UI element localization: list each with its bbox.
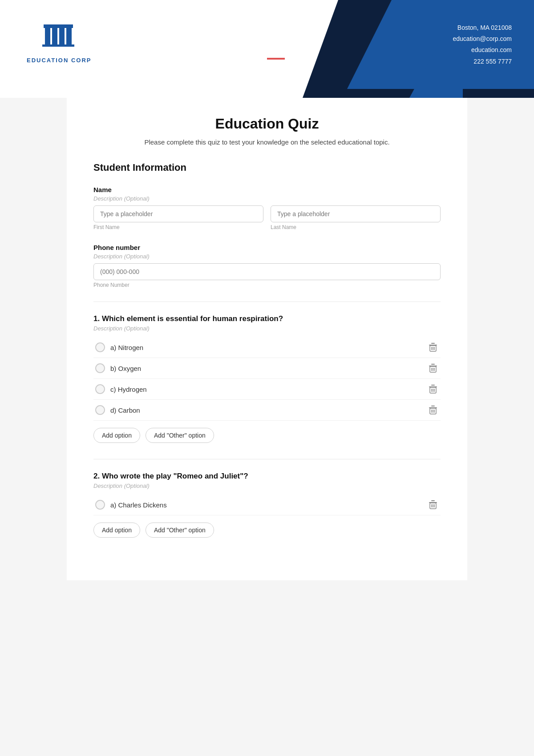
question-1-block: 1. Which element is essential for human … — [93, 314, 441, 443]
q2-option-left-0: a) Charles Dickens — [95, 500, 167, 510]
phone-field-block: Phone number Description (Optional) Phon… — [93, 244, 441, 288]
name-input-row: First Name Last Name — [93, 205, 441, 230]
header-contact: Boston, MA 021008 education@corp.com edu… — [453, 22, 512, 67]
q2-add-option-button[interactable]: Add option — [93, 523, 140, 538]
contact-email: education@corp.com — [453, 33, 512, 44]
phone-field-description: Description (Optional) — [93, 253, 441, 260]
question-1-text: Which element is essential for human res… — [102, 314, 283, 323]
contact-website: education.com — [453, 44, 512, 56]
q1-option-left-3: d) Carbon — [95, 405, 140, 415]
svg-rect-7 — [431, 343, 435, 344]
q2-radio-0[interactable] — [95, 500, 105, 510]
q1-radio-1[interactable] — [95, 363, 105, 373]
svg-rect-31 — [431, 500, 435, 501]
svg-rect-0 — [45, 27, 50, 44]
q2-delete-0[interactable] — [427, 499, 439, 511]
page-header: EDUCATION CORP Boston, MA 021008 educati… — [0, 0, 534, 98]
q1-option-text-3: d) Carbon — [110, 406, 140, 414]
contact-phone: 222 555 7777 — [453, 56, 512, 67]
q1-radio-0[interactable] — [95, 342, 105, 352]
q1-option-text-2: c) Hydrogen — [110, 386, 147, 393]
name-field-label: Name — [93, 186, 441, 193]
q1-option-row-2: c) Hydrogen — [93, 379, 441, 400]
question-2-block: 2. Who wrote the play "Romeo and Juliet"… — [93, 472, 441, 538]
svg-rect-13 — [431, 364, 435, 365]
q2-add-option-row: Add option Add "Other" option — [93, 523, 441, 538]
svg-rect-5 — [42, 44, 74, 47]
first-name-wrapper: First Name — [93, 205, 263, 230]
q1-add-other-option-button[interactable]: Add "Other" option — [146, 428, 214, 443]
q1-add-option-row: Add option Add "Other" option — [93, 428, 441, 443]
q2-option-row-0: a) Charles Dickens — [93, 495, 441, 515]
question-2-description: Description (Optional) — [93, 483, 441, 489]
logo-area: EDUCATION CORP — [27, 18, 91, 64]
question-2-title: 2. Who wrote the play "Romeo and Juliet"… — [93, 472, 441, 481]
q1-add-option-button[interactable]: Add option — [93, 428, 140, 443]
svg-rect-2 — [59, 27, 65, 44]
question-2-text: Who wrote the play "Romeo and Juliet"? — [102, 472, 248, 480]
q1-option-left-0: a) Nitrogen — [95, 342, 143, 352]
phone-sublabel: Phone Number — [93, 282, 441, 288]
last-name-sublabel: Last Name — [271, 224, 441, 230]
q1-option-text-1: b) Oxygen — [110, 365, 141, 372]
q1-option-row-0: a) Nitrogen — [93, 337, 441, 358]
last-name-input[interactable] — [271, 205, 441, 222]
name-field-block: Name Description (Optional) First Name L… — [93, 186, 441, 230]
q1-option-row-1: b) Oxygen — [93, 358, 441, 379]
main-content: Education Quiz Please complete this quiz… — [67, 98, 467, 580]
q2-option-text-0: a) Charles Dickens — [110, 501, 167, 509]
question-1-description: Description (Optional) — [93, 325, 441, 332]
logo-text: EDUCATION CORP — [27, 57, 91, 64]
student-info-section-title: Student Information — [93, 162, 441, 173]
phone-input-wrapper: Phone Number — [93, 263, 441, 288]
svg-rect-4 — [44, 24, 73, 28]
first-name-sublabel: First Name — [93, 224, 263, 230]
question-2-number: 2. — [93, 472, 100, 480]
education-corp-logo-icon — [41, 18, 77, 53]
q1-delete-3[interactable] — [427, 404, 439, 416]
phone-input[interactable] — [93, 263, 441, 280]
header-divider — [267, 58, 285, 60]
divider-1 — [93, 302, 441, 302]
last-name-wrapper: Last Name — [271, 205, 441, 230]
name-field-description: Description (Optional) — [93, 195, 441, 202]
divider-2 — [93, 459, 441, 459]
q1-delete-2[interactable] — [427, 383, 439, 395]
svg-rect-1 — [52, 27, 57, 44]
q2-add-other-option-button[interactable]: Add "Other" option — [146, 523, 214, 538]
first-name-input[interactable] — [93, 205, 263, 222]
q1-delete-0[interactable] — [427, 342, 439, 353]
quiz-title: Education Quiz — [93, 116, 441, 132]
q1-radio-2[interactable] — [95, 384, 105, 394]
svg-rect-19 — [431, 385, 435, 386]
phone-field-label: Phone number — [93, 244, 441, 251]
svg-rect-3 — [66, 27, 72, 44]
q1-option-left-2: c) Hydrogen — [95, 384, 147, 394]
quiz-subtitle: Please complete this quiz to test your k… — [93, 138, 441, 146]
contact-address: Boston, MA 021008 — [453, 22, 512, 33]
q1-option-row-3: d) Carbon — [93, 400, 441, 421]
q1-option-left-1: b) Oxygen — [95, 363, 141, 373]
svg-rect-25 — [431, 406, 435, 406]
q1-delete-1[interactable] — [427, 362, 439, 374]
q1-radio-3[interactable] — [95, 405, 105, 415]
question-1-number: 1. — [93, 314, 100, 323]
question-1-title: 1. Which element is essential for human … — [93, 314, 441, 323]
q1-option-text-0: a) Nitrogen — [110, 344, 143, 351]
